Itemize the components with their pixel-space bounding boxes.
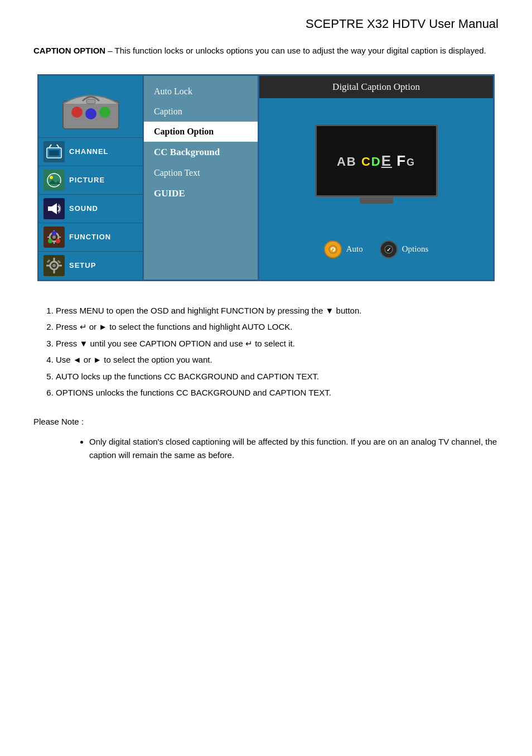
sidebar-item-picture[interactable]: PICTURE [39, 166, 142, 194]
svg-point-30 [329, 245, 337, 253]
function-label: FUNCTION [69, 233, 111, 241]
sound-icon [43, 198, 65, 219]
svg-point-9 [47, 174, 61, 187]
svg-point-21 [52, 231, 56, 235]
svg-rect-28 [47, 259, 50, 262]
instruction-6: OPTIONS unlocks the functions CC BACKGRO… [56, 386, 499, 400]
instruction-3: Press ▼ until you see CAPTION OPTION and… [56, 336, 499, 351]
function-icon [43, 227, 65, 248]
intro-text: – This function locks or unlocks options… [105, 46, 486, 55]
please-note-list: Only digital station's closed captioning… [89, 435, 499, 462]
svg-point-19 [48, 239, 52, 243]
caption-option-label: CAPTION OPTION [33, 46, 105, 55]
tv-display: AB CDE FG [315, 124, 438, 197]
svg-point-1 [71, 107, 83, 118]
svg-rect-27 [59, 264, 62, 266]
svg-line-6 [49, 145, 51, 148]
sidebar-item-setup[interactable]: SETUP [39, 251, 142, 280]
svg-rect-26 [46, 264, 50, 266]
svg-point-14 [52, 235, 56, 239]
svg-point-2 [85, 108, 96, 119]
submenu-auto-lock[interactable]: Auto Lock [144, 81, 258, 102]
svg-point-23 [52, 264, 56, 267]
osd-left-panel: CHANNEL PICTURE SOUND [39, 76, 142, 280]
submenu-caption[interactable]: Caption [144, 102, 258, 122]
setup-icon [43, 255, 65, 276]
digital-caption-option-header: Digital Caption Option [259, 76, 493, 98]
osd-top-icon [39, 76, 142, 137]
instruction-5: AUTO locks up the functions CC BACKGROUN… [56, 369, 499, 384]
instruction-2: Press ↵ or ► to select the functions and… [56, 320, 499, 334]
svg-text:✓: ✓ [386, 247, 391, 253]
please-note-label: Please Note : [33, 417, 499, 426]
intro-paragraph: CAPTION OPTION – This function locks or … [33, 45, 499, 57]
instruction-1: Press MENU to open the OSD and highlight… [56, 304, 499, 318]
svg-line-7 [57, 145, 59, 148]
osd-action-buttons: Auto ✓ Options [324, 240, 429, 258]
tv-screen-caption: AB CDE FG [337, 152, 415, 170]
please-note-item-1: Only digital station's closed captioning… [89, 435, 499, 462]
tv-display-wrapper: AB CDE FG [315, 124, 438, 204]
osd-screenshot: CHANNEL PICTURE SOUND [37, 74, 495, 281]
submenu-caption-text[interactable]: Caption Text [144, 163, 258, 183]
svg-point-20 [56, 239, 60, 243]
svg-rect-16 [54, 241, 55, 244]
page-title: SCEPTRE X32 HDTV User Manual [306, 17, 499, 31]
setup-label: SETUP [69, 261, 96, 269]
instructions-section: Press MENU to open the OSD and highlight… [33, 304, 499, 400]
osd-right-panel: Digital Caption Option AB CDE FG [259, 76, 493, 280]
osd-middle-panel: Auto Lock Caption Caption Option CC Back… [142, 76, 259, 280]
auto-button[interactable]: Auto [324, 240, 363, 258]
options-button[interactable]: ✓ Options [380, 240, 429, 258]
sidebar-item-sound[interactable]: SOUND [39, 194, 142, 223]
sidebar-item-function[interactable]: FUNCTION [39, 223, 142, 251]
svg-rect-18 [58, 237, 61, 238]
picture-label: PICTURE [69, 176, 105, 184]
svg-rect-17 [47, 237, 50, 238]
channel-icon [43, 141, 65, 162]
instruction-4: Use ◄ or ► to select the option you want… [56, 353, 499, 367]
sound-label: SOUND [69, 204, 98, 213]
svg-marker-12 [52, 203, 57, 214]
svg-point-3 [99, 107, 110, 118]
submenu-guide[interactable]: GUIDE [144, 183, 258, 204]
sidebar-item-channel[interactable]: CHANNEL [39, 137, 142, 166]
svg-point-10 [50, 176, 53, 179]
svg-rect-25 [54, 270, 55, 273]
page-header: SCEPTRE X32 HDTV User Manual [33, 17, 499, 31]
svg-rect-11 [48, 206, 52, 211]
options-label: Options [402, 244, 429, 254]
instructions-list: Press MENU to open the OSD and highlight… [56, 304, 499, 400]
svg-rect-4 [86, 99, 95, 104]
submenu-cc-background[interactable]: CC Background [144, 142, 258, 163]
auto-label: Auto [346, 244, 363, 254]
svg-rect-24 [54, 258, 55, 261]
toolbox-icon [57, 81, 124, 132]
submenu-caption-option[interactable]: Caption Option [144, 122, 258, 142]
auto-circle-icon [324, 240, 342, 258]
osd-right-content: AB CDE FG [259, 98, 493, 280]
channel-label: CHANNEL [69, 147, 109, 156]
options-circle-icon: ✓ [380, 240, 398, 258]
picture-icon [43, 170, 65, 191]
svg-rect-8 [49, 150, 59, 156]
